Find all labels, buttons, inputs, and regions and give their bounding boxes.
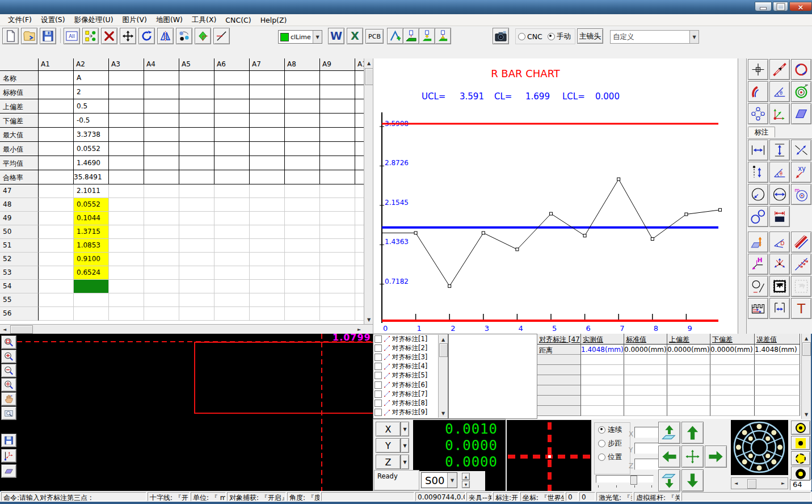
mode-option[interactable]: 连续: [595, 423, 630, 436]
table-cell[interactable]: 1.4690: [74, 156, 109, 170]
result-table-scrollbar[interactable]: ▲ ▼: [801, 334, 811, 419]
table-cell[interactable]: 最小值: [0, 142, 39, 156]
ring-light-scrollbar[interactable]: ◄ ►: [731, 477, 788, 489]
table-cell[interactable]: [214, 85, 250, 99]
table-cell[interactable]: [285, 212, 320, 225]
column-header[interactable]: [0, 58, 39, 71]
radio-连续[interactable]: [598, 426, 605, 434]
table-cell[interactable]: [144, 212, 179, 225]
table-cell[interactable]: [214, 212, 250, 225]
table-cell[interactable]: [179, 71, 214, 85]
main-lens-button[interactable]: 主镜头: [577, 28, 603, 44]
arrow-down-button[interactable]: [681, 469, 704, 492]
table-cell[interactable]: [355, 212, 364, 225]
table-cell[interactable]: [144, 71, 179, 85]
mode-option[interactable]: 步距: [595, 436, 630, 450]
concentric-tool-button[interactable]: [791, 81, 811, 102]
scroll-left-icon[interactable]: ◄: [0, 325, 9, 334]
text-annotation-button[interactable]: T: [791, 298, 811, 319]
rotate-points-button[interactable]: [176, 28, 192, 44]
table-cell[interactable]: [320, 266, 355, 280]
table-cell[interactable]: [39, 266, 74, 280]
radio-位置[interactable]: [598, 453, 605, 461]
pcb-button[interactable]: PCB: [365, 29, 384, 44]
table-cell[interactable]: [250, 225, 285, 239]
table-cell[interactable]: [214, 266, 250, 280]
table-cell[interactable]: [285, 198, 320, 212]
table-cell[interactable]: [179, 307, 214, 321]
table-cell[interactable]: [109, 225, 144, 239]
spindle-select[interactable]: S00 ▼: [421, 472, 457, 488]
table-cell[interactable]: [214, 128, 250, 142]
zoom-region-button[interactable]: [1, 335, 16, 349]
table-vertical-scrollbar[interactable]: ▲ ▼: [364, 58, 373, 324]
table-cell[interactable]: A: [74, 71, 109, 85]
ring-light-mode-4-button[interactable]: [791, 467, 810, 481]
table-cell[interactable]: [214, 71, 250, 85]
table-cell[interactable]: 0.0552: [74, 142, 109, 156]
list-item[interactable]: 对齐标注[7]: [373, 389, 448, 398]
chevron-down-icon[interactable]: ▼: [313, 31, 322, 43]
scroll-up-icon[interactable]: ▲: [364, 58, 373, 68]
table-cell[interactable]: [109, 114, 144, 128]
angle-annotation-button[interactable]: θ: [769, 162, 790, 183]
table-cell[interactable]: [179, 239, 214, 253]
table-cell[interactable]: [250, 212, 285, 225]
table-cell[interactable]: [250, 142, 285, 156]
table-cell[interactable]: [39, 99, 74, 114]
table-cell[interactable]: 2: [74, 85, 109, 99]
scroll-down-icon[interactable]: ▼: [364, 315, 373, 324]
table-cell[interactable]: [320, 212, 355, 225]
spindle-stepper[interactable]: ▲ ▼: [462, 473, 470, 489]
axis-Y-input[interactable]: [634, 443, 660, 454]
sort-points-button[interactable]: [82, 28, 99, 44]
table-row[interactable]: [537, 396, 801, 406]
table-cell[interactable]: [39, 128, 74, 142]
scrollbar-thumb[interactable]: [10, 325, 33, 334]
table-cell[interactable]: [285, 99, 320, 114]
column-header[interactable]: A7: [250, 58, 285, 71]
table-row[interactable]: 合格率35.8491: [0, 170, 364, 184]
table-cell[interactable]: [39, 293, 74, 307]
table-row[interactable]: 520.9100: [0, 253, 364, 266]
table-cell[interactable]: [39, 184, 74, 198]
table-cell[interactable]: [250, 184, 285, 198]
table-cell[interactable]: 54: [0, 280, 39, 293]
table-cell[interactable]: 48: [0, 198, 39, 212]
table-cell[interactable]: [144, 253, 179, 266]
table-row[interactable]: 490.1044: [0, 212, 364, 225]
table-cell[interactable]: [109, 239, 144, 253]
table-cell[interactable]: [285, 156, 320, 170]
probe-drop-button[interactable]: [419, 28, 435, 44]
column-header[interactable]: A1: [39, 58, 74, 71]
table-cell[interactable]: [39, 225, 74, 239]
table-cell[interactable]: [250, 128, 285, 142]
step-down-icon[interactable]: ▼: [462, 481, 470, 488]
z-down-button[interactable]: [658, 469, 680, 492]
probe-edge-button[interactable]: [403, 28, 419, 44]
checkbox[interactable]: [375, 345, 382, 352]
table-cell[interactable]: [355, 128, 364, 142]
table-cell[interactable]: [39, 142, 74, 156]
speed-slider[interactable]: [596, 475, 654, 483]
table-cell[interactable]: [320, 142, 355, 156]
table-cell[interactable]: [250, 266, 285, 280]
table-cell[interactable]: 0.0552: [74, 198, 109, 212]
table-cell[interactable]: [179, 99, 214, 114]
table-cell[interactable]: [109, 280, 144, 293]
table-row[interactable]: [537, 365, 801, 375]
table-cell[interactable]: [214, 198, 250, 212]
table-cell[interactable]: [250, 280, 285, 293]
chevron-down-icon[interactable]: ▼: [401, 438, 409, 453]
table-cell[interactable]: [109, 170, 144, 184]
manual-radio[interactable]: [548, 33, 555, 40]
table-cell[interactable]: [179, 142, 214, 156]
table-cell[interactable]: [179, 170, 214, 184]
table-row[interactable]: 下偏差-0.5: [0, 114, 364, 128]
column-header[interactable]: A10: [355, 58, 364, 71]
table-cell[interactable]: [109, 71, 144, 85]
light-intensity-value[interactable]: 64: [790, 479, 811, 490]
table-cell[interactable]: [179, 293, 214, 307]
table-cell[interactable]: [320, 280, 355, 293]
table-row[interactable]: [537, 355, 801, 365]
